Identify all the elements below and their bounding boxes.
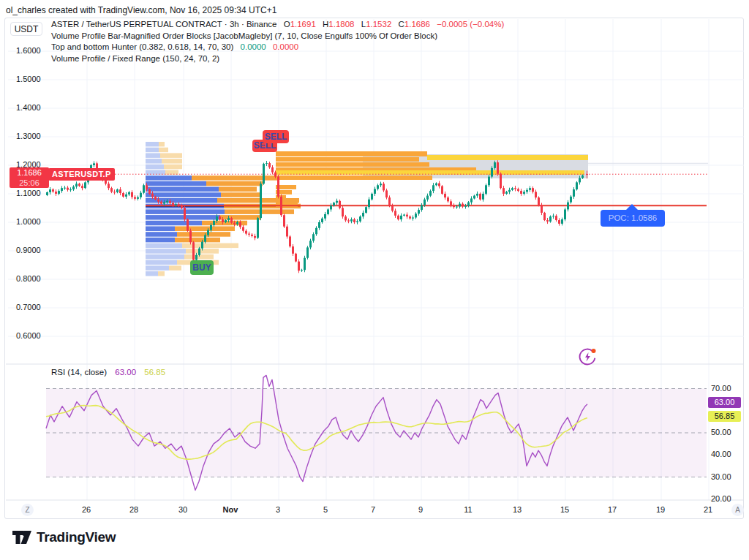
symbol-price-flag: ASTERUSDT.P: [48, 168, 115, 181]
time-axis-label: 3: [276, 505, 280, 514]
bar-countdown: 25:06: [10, 178, 49, 188]
buy-signal-label: BUY: [190, 260, 214, 275]
rsi-legend[interactable]: RSI (14, close) 63.00 56.85: [51, 368, 165, 377]
rsi-title: RSI (14, close): [51, 368, 107, 377]
rsi-axis-label: 70.00: [711, 384, 731, 393]
indicator-row-hunter[interactable]: Top and bottom Hunter (0.382, 0.618, 14,…: [51, 42, 504, 53]
time-axis-label: 5: [323, 505, 328, 514]
rsi-value-badge: 63.00: [708, 397, 741, 408]
rsi-ma-value: 56.85: [144, 368, 165, 377]
open-value: 1.1691: [290, 20, 316, 29]
time-axis-label: 19: [656, 505, 665, 514]
rsi-axis-label: 20.00: [711, 494, 731, 503]
price-axis-label: 1.5000: [16, 75, 51, 83]
low-value: 1.1532: [366, 20, 391, 29]
auto-scale-badge[interactable]: A: [731, 504, 744, 516]
change-value: −0.0005 (−0.04%): [437, 20, 504, 29]
credit-line: ol_charles created with TradingView.com,…: [6, 5, 276, 15]
hunter-value-green: 0.0000: [241, 42, 266, 51]
currency-toggle-button[interactable]: USDT: [10, 22, 42, 36]
tradingview-logo[interactable]: TradingView: [12, 528, 116, 547]
notification-dot: [592, 349, 596, 353]
rsi-axis-label: 50.00: [711, 428, 731, 436]
close-key: C: [399, 20, 404, 29]
time-axis-label: 11: [464, 505, 472, 514]
timezone-badge[interactable]: Z: [21, 504, 34, 516]
time-axis-label: 26: [82, 505, 91, 514]
time-axis-label: 21: [704, 505, 712, 514]
tradingview-logo-glyph: [12, 528, 32, 547]
high-value: 1.1808: [328, 20, 354, 29]
tradingview-logo-text: TradingView: [37, 529, 116, 545]
indicator-row-fixed-range[interactable]: Volume Profile / Fixed Range (150, 24, 7…: [51, 53, 504, 65]
rsi-axis-label: 30.00: [711, 472, 731, 481]
time-axis-label: 15: [560, 505, 569, 514]
symbol-title[interactable]: ASTER / TetherUS PERPETUAL CONTRACT · 3h…: [51, 20, 276, 29]
hunter-title: Top and bottom Hunter (0.382, 0.618, 14,…: [51, 42, 233, 51]
indicator-row-order-blocks[interactable]: Volume Profile Bar-Magnified Order Block…: [51, 31, 504, 42]
price-axis-label: 0.9000: [16, 246, 51, 254]
rsi-axis-label: 40.00: [711, 450, 731, 458]
chart-widget: [4, 18, 744, 519]
rsi-value: 63.00: [115, 368, 136, 377]
chart-canvas[interactable]: [5, 18, 745, 518]
price-axis-label: 1.4000: [16, 103, 51, 112]
sell-signal-label-2: SELL: [263, 130, 289, 143]
last-price-label: 1.1686 25:06: [10, 167, 49, 188]
hunter-value-red: 0.0000: [273, 42, 298, 51]
price-axis-label: 1.2000: [16, 160, 51, 169]
boost-flash-icon[interactable]: [578, 347, 598, 366]
time-axis-label: 9: [418, 505, 423, 514]
poc-callout: POC: 1.0586: [601, 210, 665, 227]
price-axis-label: 0.7000: [16, 303, 51, 311]
time-axis-label: 7: [371, 505, 375, 514]
time-axis-label: 17: [608, 505, 617, 514]
open-key: O: [284, 20, 290, 29]
last-price-value: 1.1686: [10, 167, 49, 178]
rsi-ma-value-badge: 56.85: [708, 411, 741, 422]
price-axis-label: 1.1000: [16, 189, 51, 197]
tradingview-screenshot: { "credit": "ol_charles created with Tra…: [0, 0, 749, 560]
price-axis-label: 1.3000: [16, 132, 51, 140]
indicator-legend: ASTER / TetherUS PERPETUAL CONTRACT · 3h…: [51, 19, 504, 64]
close-value: 1.1686: [404, 20, 430, 29]
time-axis-label: Nov: [223, 505, 238, 514]
time-axis-label: 13: [513, 505, 522, 514]
price-axis-label: 1.6000: [16, 46, 51, 55]
symbol-ohlc-row[interactable]: ASTER / TetherUS PERPETUAL CONTRACT · 3h…: [51, 19, 504, 31]
lightning-bolt-glyph: [585, 352, 590, 362]
price-axis-label: 0.6000: [16, 331, 51, 340]
price-axis-label: 1.0000: [16, 217, 51, 226]
price-axis-label: 0.8000: [16, 274, 51, 283]
time-axis-label: 30: [178, 505, 187, 514]
time-axis-label: 28: [129, 505, 138, 514]
